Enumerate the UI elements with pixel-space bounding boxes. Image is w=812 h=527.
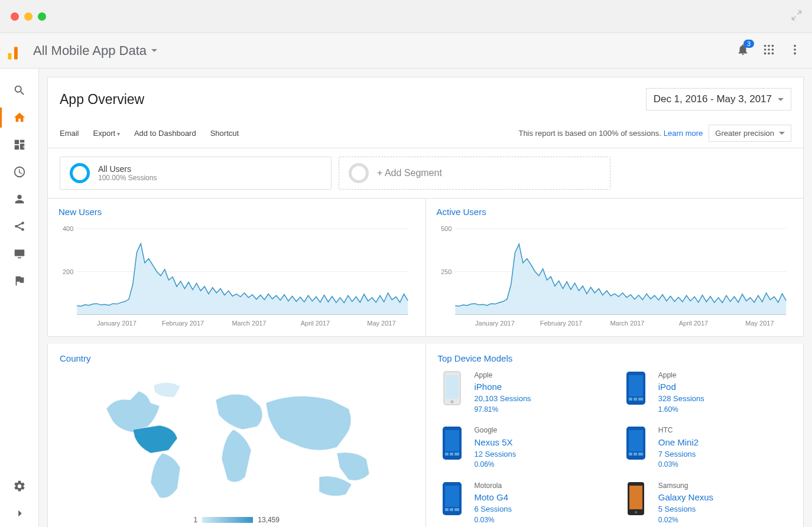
device-item[interactable]: Google Nexus 5X 12 Sessions 0.06%	[438, 425, 608, 470]
email-button[interactable]: Email	[60, 129, 79, 138]
sidebar-home[interactable]	[0, 104, 38, 131]
map-legend: 1 13,459	[60, 516, 414, 524]
add-segment-button[interactable]: + Add Segment	[339, 157, 610, 190]
add-to-dashboard-button[interactable]: Add to Dashboard	[134, 129, 196, 138]
device-sessions: 12 Sessions	[475, 449, 517, 460]
segment-all-users[interactable]: All Users 100.00% Sessions	[60, 157, 332, 190]
apps-grid-button[interactable]	[762, 43, 775, 58]
segment-subtitle: 100.00% Sessions	[98, 174, 157, 182]
notifications-button[interactable]: 3	[736, 43, 749, 58]
device-brand: Samsung	[658, 481, 713, 491]
sidebar-behavior[interactable]	[0, 240, 38, 267]
person-icon	[13, 193, 26, 206]
add-segment-label: + Add Segment	[377, 168, 442, 178]
svg-text:500: 500	[440, 225, 451, 232]
device-brand: Google	[475, 425, 517, 435]
device-percentage: 0.02%	[658, 515, 713, 525]
device-icon	[622, 425, 650, 461]
date-range-text: Dec 1, 2016 - May 3, 2017	[654, 93, 772, 105]
more-menu-button[interactable]	[788, 43, 801, 58]
sidebar-admin[interactable]	[0, 473, 38, 500]
svg-text:400: 400	[63, 225, 73, 232]
sidebar-conversions[interactable]	[0, 267, 38, 294]
svg-text:April 2017: April 2017	[301, 320, 330, 327]
segment-title: All Users	[98, 164, 157, 174]
apps-grid-icon	[762, 43, 775, 56]
device-icon	[438, 481, 466, 516]
shortcut-button[interactable]: Shortcut	[210, 129, 239, 138]
svg-rect-68	[629, 486, 642, 509]
svg-point-69	[635, 511, 637, 513]
svg-rect-61	[638, 453, 643, 456]
sidebar-realtime[interactable]	[0, 158, 38, 186]
window-maximize-button[interactable]	[38, 12, 46, 21]
device-model: iPod	[658, 380, 704, 393]
svg-rect-45	[446, 375, 459, 399]
date-range-picker[interactable]: Dec 1, 2016 - May 3, 2017	[646, 88, 791, 110]
home-icon	[13, 111, 26, 124]
device-percentage: 0.03%	[658, 460, 699, 470]
chart-title: New Users	[59, 207, 415, 217]
precision-selector[interactable]: Greater precision	[709, 125, 791, 142]
export-button[interactable]: Export	[93, 129, 120, 138]
svg-text:April 2017: April 2017	[678, 320, 708, 327]
device-model: Nexus 5X	[475, 436, 517, 449]
svg-point-10	[772, 52, 774, 54]
device-icon	[438, 370, 466, 406]
app-header: All Mobile App Data 3	[0, 33, 812, 69]
device-item[interactable]: HTC One Mini2 7 Sessions 0.03%	[622, 425, 791, 470]
legend-max: 13,459	[258, 516, 280, 524]
caret-down-icon	[151, 49, 157, 52]
svg-point-11	[794, 44, 796, 47]
gear-icon	[13, 480, 26, 493]
svg-rect-64	[445, 508, 449, 511]
svg-rect-0	[8, 53, 12, 60]
caret-down-icon	[779, 132, 785, 135]
active-users-chart: 250500January 2017February 2017March 201…	[437, 223, 793, 329]
device-brand: Motorola	[475, 481, 512, 491]
sidebar-collapse[interactable]	[0, 500, 38, 527]
flag-icon	[13, 274, 26, 287]
active-users-chart-panel: Active Users 250500January 2017February …	[426, 199, 804, 336]
device-icon	[622, 481, 650, 516]
svg-point-6	[768, 48, 770, 51]
sidebar-search[interactable]	[0, 77, 38, 104]
svg-rect-55	[450, 453, 453, 456]
device-item[interactable]: Samsung Galaxy Nexus 5 Sessions 0.02%	[622, 481, 791, 525]
report-toolbar: Email Export Add to Dashboard Shortcut T…	[47, 119, 804, 148]
dashboard-icon: +	[13, 138, 26, 151]
svg-rect-1	[14, 47, 18, 59]
charts-row: New Users 200400January 2017February 201…	[47, 199, 804, 337]
world-map[interactable]	[60, 370, 414, 512]
more-vert-icon	[788, 43, 801, 56]
svg-text:March 2017: March 2017	[232, 320, 266, 327]
device-model: Galaxy Nexus	[658, 491, 713, 504]
svg-text:February 2017: February 2017	[540, 320, 582, 327]
learn-more-link[interactable]: Learn more	[664, 129, 703, 138]
device-item[interactable]: Apple iPhone 20,103 Sessions 97.81%	[438, 370, 608, 415]
device-percentage: 0.03%	[475, 515, 512, 525]
sidebar-customization[interactable]: +	[0, 131, 38, 158]
resize-icon[interactable]	[791, 9, 803, 21]
sidebar-audience[interactable]	[0, 186, 38, 213]
device-percentage: 0.06%	[475, 460, 517, 470]
svg-rect-17	[14, 145, 18, 149]
devices-panel: Top Device Models Apple iPhone 20,103 Se…	[426, 344, 804, 527]
segments-bar: All Users 100.00% Sessions + Add Segment	[47, 148, 804, 199]
device-item[interactable]: Apple iPod 328 Sessions 1.60%	[622, 370, 791, 415]
sidebar-acquisition[interactable]	[0, 213, 38, 240]
svg-text:200: 200	[63, 268, 73, 275]
notification-count-badge: 3	[743, 40, 754, 48]
svg-rect-15	[20, 140, 24, 143]
property-selector[interactable]: All Mobile App Data	[33, 43, 157, 58]
device-item[interactable]: Motorola Moto G4 6 Sessions 0.03%	[438, 481, 608, 525]
window-minimize-button[interactable]	[24, 12, 33, 21]
content-area: App Overview Dec 1, 2016 - May 3, 2017 E…	[39, 69, 812, 527]
window-close-button[interactable]	[11, 12, 19, 21]
svg-point-3	[768, 44, 770, 47]
device-sessions: 5 Sessions	[658, 504, 713, 515]
country-panel: Country	[48, 344, 426, 527]
svg-point-9	[768, 52, 770, 54]
svg-point-12	[794, 48, 796, 51]
svg-rect-23	[18, 257, 21, 258]
